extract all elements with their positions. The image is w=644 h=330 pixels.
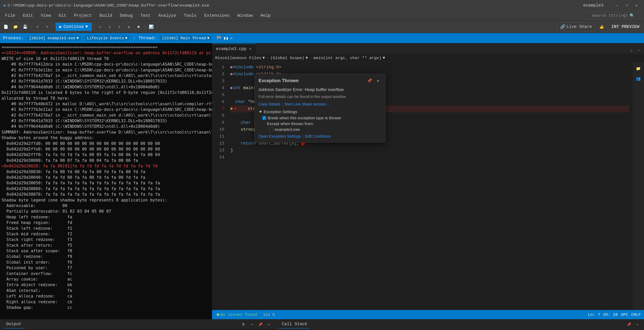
callstack-tab[interactable]: Call Stack xyxy=(279,320,310,329)
callstack-pin-button[interactable]: 📌 xyxy=(626,321,632,328)
zoom-indicator[interactable]: 111 % xyxy=(262,312,276,318)
toolbar-open[interactable]: 📁 xyxy=(11,23,20,31)
callstack-header: Call Stack 📌 ✕ xyxy=(276,320,644,330)
toolbar-diagnostics[interactable]: 📊 xyxy=(147,23,155,31)
live-share-icon: 🔗 xyxy=(560,24,565,29)
ln-indicator: Ln: 7 xyxy=(588,313,600,317)
zoom-label: 111 % xyxy=(263,313,275,317)
except-when-label: Except when thrown from: xyxy=(267,121,382,126)
breadcrumb-files[interactable]: Miscellaneous Files ▼ xyxy=(215,56,265,60)
exception-header: Exception Thrown 📌 ✕ xyxy=(255,74,385,86)
toolbar-save[interactable]: 💾 xyxy=(21,23,29,31)
thread-pause-icon: ▮▮ xyxy=(223,36,228,41)
terminal-line: 0x042d29d30000: fa fa 00 07 fa fa 00 04 … xyxy=(2,158,210,163)
debug-bar: Process: [28224] example3.exe ▼ Lifecycl… xyxy=(0,33,644,43)
debug-bar-sep: | xyxy=(133,36,136,41)
exception-close-button[interactable]: ✕ xyxy=(374,77,382,84)
menu-file[interactable]: File xyxy=(2,12,19,19)
search-box[interactable]: Search (Ctrl+Q) 🔍 xyxy=(584,12,642,19)
exception-settings-title-text: Exception Settings xyxy=(264,110,297,114)
more-tabs-button[interactable]: ⋯ xyxy=(636,47,642,54)
toolbar: 📄 📁 💾 ↶ ↷ ▶ Continue ▼ ⇒ ⇓ ⇑ ↻ ■ 📊 🔗 Liv… xyxy=(0,21,644,33)
example3-checkbox-row: example3.exe xyxy=(269,127,382,132)
continue-button[interactable]: ▶ Continue ▼ xyxy=(56,23,92,31)
menu-extensions[interactable]: Extensions xyxy=(201,12,233,19)
process-dropdown[interactable]: [28224] example3.exe ▼ xyxy=(26,35,81,41)
search-placeholder: Search (Ctrl+Q) xyxy=(592,13,628,18)
split-editor-button[interactable]: △ xyxy=(628,47,635,54)
example3-checkbox[interactable] xyxy=(269,128,273,131)
menu-edit[interactable]: Edit xyxy=(20,12,36,19)
team-explorer-icon[interactable]: 👥 xyxy=(634,74,643,83)
toolbar-undo[interactable]: ↶ xyxy=(33,23,42,31)
edit-conditions-link[interactable]: Edit Conditions xyxy=(305,134,331,139)
close-button[interactable]: ✕ xyxy=(632,1,641,9)
menu-debug[interactable]: Debug xyxy=(116,12,136,19)
menu-build[interactable]: Build xyxy=(96,12,116,19)
output-wrap-button[interactable]: ↩ xyxy=(248,321,256,328)
toolbar-redo[interactable]: ↷ xyxy=(43,23,52,31)
terminal-line: Stack mid redzone: f2 xyxy=(2,231,210,237)
menu-tools[interactable]: Tools xyxy=(180,12,200,19)
toolbar-new[interactable]: 📄 xyxy=(2,23,10,31)
exception-header-actions: 📌 ✕ xyxy=(366,77,382,84)
output-close-button[interactable]: ✕ xyxy=(266,321,272,328)
menu-project[interactable]: Project xyxy=(70,12,95,19)
callstack-panel: Call Stack 📌 ✕ Name Lang [External Code]… xyxy=(276,320,644,330)
copy-details-link[interactable]: Copy Details xyxy=(258,102,280,106)
menu-analyze[interactable]: Analyze xyxy=(155,12,180,19)
line-num-8: 8 xyxy=(212,112,224,119)
live-share-button[interactable]: 🔗 Live Share xyxy=(557,22,595,31)
toolbar-restart[interactable]: ↻ xyxy=(125,23,133,31)
menu-view[interactable]: View xyxy=(38,12,54,19)
continue-play-icon: ▶ xyxy=(59,24,62,29)
breadcrumb-function-label: main(int argc, char ** argv) xyxy=(314,56,382,60)
titlebar-path: C:\MSDN\cpp-docs-pr\docs\c-language\ASAN… xyxy=(8,3,582,8)
terminal-line: Stack right redzone: f3 xyxy=(2,237,210,242)
tab-example3[interactable]: example3.cpp ✕ xyxy=(212,44,256,54)
output-clear-button[interactable]: 🗑 xyxy=(240,321,247,328)
start-live-share-link[interactable]: Start Live Share session... xyxy=(284,102,330,106)
lifecycle-dropdown[interactable]: Lifecycle Events ▼ xyxy=(84,35,130,41)
footer-links-sep: | xyxy=(302,134,304,139)
menu-test[interactable]: Test xyxy=(137,12,154,19)
tab-close-button[interactable]: ✕ xyxy=(248,47,252,51)
toolbar-step-into[interactable]: ⇓ xyxy=(106,23,114,31)
terminal-line: ASan internal: fe xyxy=(2,288,210,294)
terminal-line: #3 0x7ff9641d7033 (C:\WINDOWS\SYSTEM32\K… xyxy=(2,79,210,84)
output-panel-header: Output 🗑 ↩ 📌 ✕ xyxy=(0,320,276,330)
maximize-button[interactable]: □ xyxy=(622,1,631,9)
terminal-line: 0x042d29d2fff0: fa fa fd fd fa fa 00 05 … xyxy=(2,152,210,158)
spc-indicator: SPC xyxy=(621,313,628,317)
line-num-5: 5 xyxy=(212,92,224,99)
exception-settings: ▼ Exception Settings ✓ Break when this e… xyxy=(258,110,382,132)
minimize-button[interactable]: — xyxy=(613,1,622,9)
line-num-13: 13 xyxy=(212,147,224,154)
thread-dropdown[interactable]: [22392] Main Thread ▼ xyxy=(160,35,212,41)
open-exception-settings-link[interactable]: Open Exception Settings xyxy=(258,134,301,139)
exception-pin-button[interactable]: 📌 xyxy=(366,77,373,84)
menu-help[interactable]: Help xyxy=(257,12,274,19)
callstack-close-button[interactable]: ✕ xyxy=(634,321,641,328)
exception-settings-toggle[interactable]: ▼ Exception Settings xyxy=(258,110,382,114)
menu-window[interactable]: Window xyxy=(234,12,256,19)
menu-git[interactable]: Git xyxy=(55,12,70,19)
terminal-line: #4 0x7ff9644dd0d0 (C:\WINDOWS\SYSTEM32\n… xyxy=(2,84,210,90)
toolbar-feedback[interactable]: 👍 xyxy=(598,23,606,31)
int-preview-button[interactable]: INT PREVIEW xyxy=(608,23,642,31)
output-pin-button[interactable]: 📌 xyxy=(257,321,264,328)
continue-label: Continue xyxy=(64,24,84,29)
solution-explorer-icon[interactable]: 📁 xyxy=(634,64,643,73)
toolbar-step-over[interactable]: ⇒ xyxy=(96,23,104,31)
continue-dropdown-icon: ▼ xyxy=(86,24,88,29)
break-when-checkbox[interactable]: ✓ xyxy=(262,116,266,120)
menubar: File Edit View Git Project Build Debug T… xyxy=(0,11,644,21)
toolbar-step-out[interactable]: ⇑ xyxy=(115,23,124,31)
output-tab[interactable]: Output xyxy=(3,320,24,329)
no-issues-status[interactable]: No issues found xyxy=(215,312,258,318)
breadcrumb-scope-label: (Global Scope) xyxy=(270,56,304,60)
toolbar-stop[interactable]: ■ xyxy=(134,23,143,31)
breadcrumb-scope[interactable]: (Global Scope) ▼ xyxy=(270,56,308,60)
breadcrumb-function[interactable]: main(int argc, char ** argv) ▼ xyxy=(314,56,385,60)
exception-settings-chevron: ▼ xyxy=(258,110,262,114)
